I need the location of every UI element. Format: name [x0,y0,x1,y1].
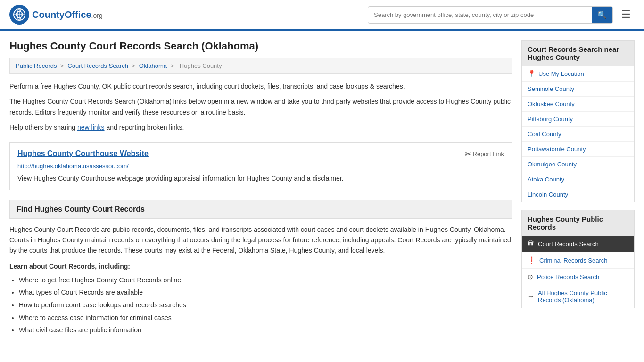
public-records-title: Hughes County Public Records [522,210,634,236]
find-section-text: Hughes County Court Records are public r… [9,224,512,256]
nearby-coal-county[interactable]: Coal County [522,127,634,142]
resource-box: Hughes County Courthouse Website ✂ Repor… [9,142,512,190]
intro-paragraph-3: Help others by sharing new links and rep… [9,122,512,132]
list-item: How to perform court case lookups and re… [19,299,512,312]
learn-heading: Learn about Court Records, including: [9,263,512,270]
bullet-list: Where to get free Hughes County Court Re… [9,274,512,337]
location-pin-icon: 📍 [528,70,536,77]
breadcrumb-oklahoma[interactable]: Oklahoma [139,62,167,69]
header-right: 🔍 ☰ [368,6,635,24]
logo-icon [9,5,29,25]
resource-header: Hughes County Courthouse Website ✂ Repor… [17,149,504,161]
nearby-lincoln-county[interactable]: Lincoln County [522,187,634,202]
nearby-section-title: Court Records Search near Hughes County [522,41,634,66]
scissors-icon: ✂ [465,149,471,158]
breadcrumb-public-records[interactable]: Public Records [16,62,57,69]
search-bar: 🔍 [368,6,613,24]
nearby-okfuskee-county[interactable]: Okfuskee County [522,97,634,112]
logo-area: CountyOffice.org [9,5,103,25]
nearby-atoka-county[interactable]: Atoka County [522,172,634,187]
hamburger-menu[interactable]: ☰ [618,7,635,23]
nearby-pittsburg-county[interactable]: Pittsburg County [522,112,634,127]
all-records-link[interactable]: All Hughes County Public Records (Oklaho… [538,289,628,304]
pub-records-all[interactable]: → All Hughes County Public Records (Okla… [522,285,634,308]
search-button[interactable]: 🔍 [592,7,612,23]
breadcrumb: Public Records > Court Records Search > … [9,58,512,74]
nearby-pottawatomie-county[interactable]: Pottawatomie County [522,142,634,157]
breadcrumb-hughes-county: Hughes County [180,62,222,69]
pub-records-criminal-records[interactable]: ❗ Criminal Records Search [522,252,634,269]
pub-records-court-records[interactable]: 🏛 Court Records Search [522,236,634,252]
shield-icon: ⊙ [528,273,533,280]
pub-records-police-records[interactable]: ⊙ Police Records Search [522,269,634,285]
nearby-section: Court Records Search near Hughes County … [521,40,635,202]
resource-url[interactable]: http://hughes.oklahoma.usassessor.com/ [17,163,504,170]
find-section-header: Find Hughes County Court Records [9,200,512,219]
list-item: Where to access case information for cri… [19,312,512,324]
list-item: Where to get free Hughes County Court Re… [19,274,512,287]
resource-description: View Hughes County Courthouse webpage pr… [17,173,504,183]
report-link-label: Report Link [473,150,504,157]
breadcrumb-court-records-search[interactable]: Court Records Search [67,62,128,69]
report-link[interactable]: ✂ Report Link [465,149,504,158]
use-location-label: Use My Location [538,70,584,77]
page-title: Hughes County Court Records Search (Okla… [9,40,512,52]
arrow-icon: → [528,293,534,300]
new-links-link[interactable]: new links [77,123,105,131]
public-records-section: Hughes County Public Records 🏛 Court Rec… [521,210,635,308]
header: CountyOffice.org 🔍 ☰ [0,0,644,31]
exclamation-icon: ❗ [528,256,536,264]
intro-paragraph-1: Perform a free Hughes County, OK public … [9,81,512,91]
search-input[interactable] [368,8,592,22]
sidebar: Court Records Search near Hughes County … [521,40,635,337]
criminal-records-link[interactable]: Criminal Records Search [539,257,608,264]
intro-paragraph-2: The Hughes County Court Records Search (… [9,96,512,117]
main-content: Hughes County Court Records Search (Okla… [9,40,512,337]
page-container: Hughes County Court Records Search (Okla… [0,31,644,346]
police-records-link[interactable]: Police Records Search [537,273,599,280]
logo-text: CountyOffice.org [32,9,103,20]
court-records-link[interactable]: Court Records Search [538,240,599,247]
list-item: What civil case files are public informa… [19,324,512,337]
find-section: Find Hughes County Court Records Hughes … [9,200,512,337]
court-icon: 🏛 [528,240,534,247]
nearby-okmulgee-county[interactable]: Okmulgee County [522,157,634,172]
nearby-seminole-county[interactable]: Seminole County [522,82,634,97]
resource-title[interactable]: Hughes County Courthouse Website [17,149,149,158]
use-my-location[interactable]: 📍 Use My Location [522,66,634,82]
list-item: What types of Court Records are availabl… [19,286,512,299]
